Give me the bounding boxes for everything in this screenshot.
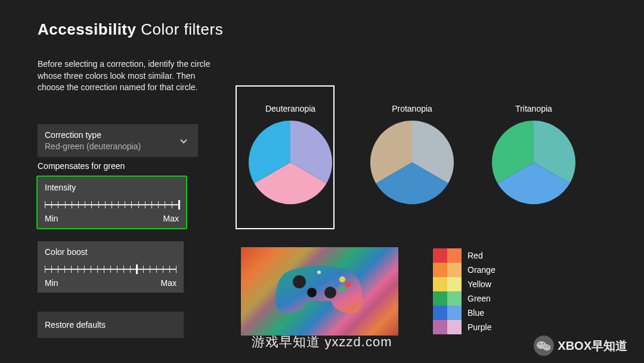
controller-icon <box>268 258 370 320</box>
svg-point-6 <box>339 286 345 292</box>
color-swatch <box>433 263 447 277</box>
color-swatch <box>447 248 462 263</box>
filter-circle-deuteranopia[interactable]: Deuteranopia <box>242 104 339 204</box>
intensity-slider[interactable] <box>45 197 179 213</box>
page-title-strong: Accessibility <box>38 20 136 38</box>
svg-point-0 <box>293 275 306 288</box>
color-swatch <box>447 306 462 320</box>
color-row-purple: Purple <box>433 320 496 334</box>
correction-type-dropdown[interactable]: Correction type Red-green (deuteranopia) <box>38 124 198 157</box>
svg-point-13 <box>548 346 549 347</box>
color-swatch <box>447 277 462 291</box>
color-swatch <box>433 291 447 306</box>
preview-image <box>241 247 398 336</box>
intensity-max: Max <box>163 214 179 223</box>
color-label: Blue <box>467 308 484 318</box>
color-label: Purple <box>467 322 491 332</box>
color-swatch <box>433 277 447 291</box>
watermark-right-text: XBOX早知道 <box>558 338 627 354</box>
color-row-yellow: Yellow <box>433 277 496 291</box>
color-swatch <box>447 263 462 277</box>
color-boost-slider[interactable] <box>45 262 177 277</box>
filter-circles-row: DeuteranopiaProtanopiaTritanopia <box>242 104 582 204</box>
wechat-icon <box>534 336 554 356</box>
svg-point-1 <box>324 287 336 299</box>
svg-point-3 <box>339 276 345 282</box>
color-label: Orange <box>467 265 496 275</box>
svg-point-2 <box>307 288 317 297</box>
color-circle <box>249 121 332 204</box>
color-boost-max: Max <box>161 278 177 288</box>
intensity-label: Intensity <box>45 183 76 192</box>
color-row-orange: Orange <box>433 263 496 277</box>
circle-label: Protanopia <box>392 104 432 113</box>
color-circle <box>492 121 575 204</box>
svg-point-10 <box>539 343 540 344</box>
svg-point-9 <box>543 344 551 351</box>
svg-point-11 <box>543 343 544 344</box>
color-swatch-list: RedOrangeYellowGreenBluePurple <box>433 248 496 334</box>
svg-point-12 <box>545 346 546 347</box>
page-title: Accessibility Color filters <box>38 20 223 39</box>
svg-point-4 <box>345 281 351 287</box>
color-swatch <box>433 320 447 334</box>
color-boost-min: Min <box>45 278 58 288</box>
filter-circle-tritanopia[interactable]: Tritanopia <box>485 104 582 204</box>
page-title-light: Color filters <box>141 20 223 38</box>
color-swatch <box>447 320 462 334</box>
filter-circle-protanopia[interactable]: Protanopia <box>364 104 460 204</box>
color-row-blue: Blue <box>433 306 496 320</box>
color-label: Yellow <box>467 279 491 289</box>
watermark-center: 游戏早知道 yxzzd.com <box>252 333 392 351</box>
svg-point-5 <box>333 281 339 287</box>
color-row-red: Red <box>433 248 496 263</box>
chevron-down-icon <box>179 136 188 146</box>
intensity-min: Min <box>45 214 58 223</box>
color-boost-label: Color boost <box>45 247 88 257</box>
color-label: Red <box>467 251 483 260</box>
circle-label: Tritanopia <box>515 104 552 113</box>
color-boost-slider-group[interactable]: Color boost Min Max <box>38 241 184 293</box>
svg-point-7 <box>317 270 321 274</box>
color-row-green: Green <box>433 291 496 306</box>
color-swatch <box>433 248 447 263</box>
color-swatch <box>447 291 462 306</box>
color-circle <box>370 121 454 204</box>
intensity-slider-focused[interactable]: Intensity Min Max <box>36 176 187 229</box>
correction-type-label: Correction type <box>45 130 141 140</box>
correction-type-value: Red-green (deuteranopia) <box>45 141 141 151</box>
color-swatch <box>433 306 447 320</box>
circle-label: Deuteranopia <box>265 104 315 113</box>
restore-defaults-button[interactable]: Restore defaults <box>38 307 184 338</box>
watermark-right: XBOX早知道 <box>534 336 627 356</box>
instructions-text: Before selecting a correction, identify … <box>38 59 216 94</box>
color-label: Green <box>467 294 491 303</box>
compensates-label: Compensates for green <box>38 161 125 171</box>
